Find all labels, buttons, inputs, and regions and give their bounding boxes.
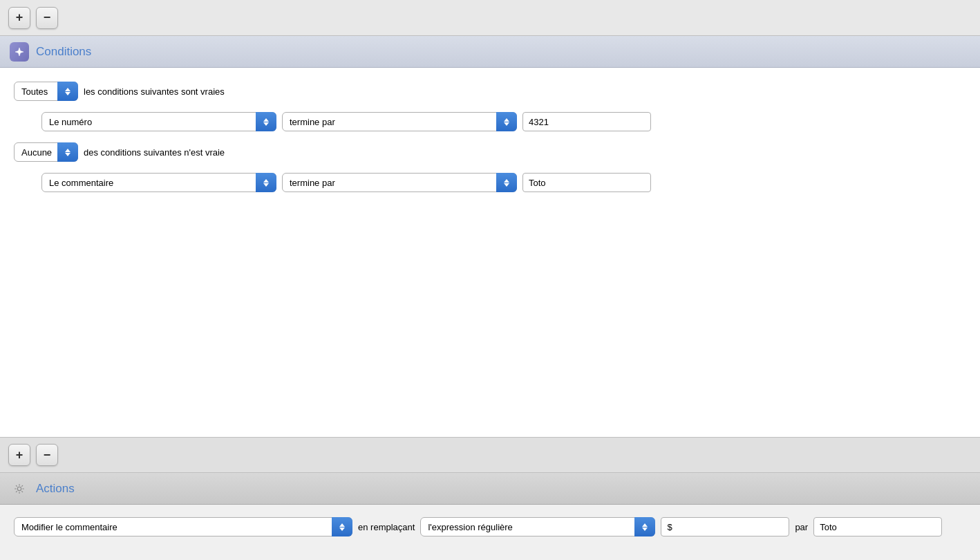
arrow-up-icon (263, 179, 269, 183)
operator2-select[interactable]: termine par commence par contient est ég… (282, 173, 517, 192)
none-select-wrapper: Aucune Toutes Une (14, 142, 78, 162)
conditions-text: les conditions suivantes sont vraies (84, 86, 225, 97)
all-select-wrapper: Toutes Aucune Une (14, 82, 78, 101)
arrow-down-icon (642, 528, 648, 531)
remove-condition-button[interactable]: − (36, 7, 58, 29)
nested-conditions-text: des conditions suivantes n'est vraie (84, 147, 225, 158)
arrow-down-icon (263, 183, 269, 187)
replace-select[interactable]: l'expression régulière le texte (420, 517, 655, 536)
value1-input[interactable] (522, 112, 651, 131)
action-replace-text: en remplaçant (358, 522, 415, 532)
page-layout: + − Conditions Toutes Aucune Une (0, 0, 980, 560)
operator1-select[interactable]: termine par commence par contient est ég… (282, 112, 517, 131)
arrow-up-icon (263, 118, 269, 122)
arrow-down-icon (504, 183, 509, 187)
operator1-spinner[interactable] (496, 112, 517, 131)
arrow-up-icon (339, 523, 345, 527)
conditions-icon (10, 42, 29, 62)
gear-icon (14, 483, 25, 494)
arrow-up-icon (504, 118, 509, 122)
field1-select[interactable]: Le numéro Le commentaire Le destinataire (41, 112, 276, 131)
par-text: par (795, 522, 808, 532)
top-toolbar: + − (0, 0, 980, 36)
actions-section: Modifier le commentaire Supprimer Marque… (0, 505, 980, 560)
arrow-down-icon (263, 122, 269, 126)
all-conditions-row: Toutes Aucune Une les conditions suivant… (14, 82, 966, 101)
all-select-spinner[interactable] (57, 82, 78, 101)
field1-select-wrapper: Le numéro Le commentaire Le destinataire (41, 112, 276, 131)
field1-spinner[interactable] (256, 112, 276, 131)
operator2-select-wrapper: termine par commence par contient est ég… (282, 173, 517, 192)
action-spinner[interactable] (332, 517, 352, 536)
arrow-up-icon (642, 523, 648, 527)
arrow-up-icon (65, 88, 70, 91)
arrow-down-icon (65, 92, 70, 95)
value2-input[interactable] (522, 173, 651, 192)
none-select-spinner[interactable] (57, 142, 78, 162)
replace-select-wrapper: l'expression régulière le texte (420, 517, 655, 536)
remove-action-button[interactable]: − (36, 444, 58, 466)
add-action-button[interactable]: + (8, 444, 30, 466)
add-condition-button[interactable]: + (8, 7, 30, 29)
arrow-down-icon (504, 122, 509, 126)
conditions-section: Toutes Aucune Une les conditions suivant… (0, 68, 980, 437)
action-select-wrapper: Modifier le commentaire Supprimer Marque… (14, 517, 352, 536)
arrow-down-icon (339, 528, 345, 531)
actions-title: Actions (36, 482, 75, 496)
condition-row-1: Le numéro Le commentaire Le destinataire… (41, 112, 966, 131)
arrow-up-icon (504, 179, 509, 183)
actions-icon (10, 479, 29, 498)
field2-select[interactable]: Le commentaire Le numéro Le destinataire (41, 173, 276, 192)
replace-spinner[interactable] (634, 517, 655, 536)
sparkle-icon (14, 46, 25, 57)
action-select[interactable]: Modifier le commentaire Supprimer Marque… (14, 517, 352, 536)
none-conditions-row: Aucune Toutes Une des conditions suivant… (14, 142, 966, 162)
arrow-up-icon (65, 149, 70, 152)
conditions-header: Conditions (0, 36, 980, 68)
operator2-spinner[interactable] (496, 173, 517, 192)
svg-point-0 (17, 487, 21, 490)
field2-select-wrapper: Le commentaire Le numéro Le destinataire (41, 173, 276, 192)
field2-spinner[interactable] (256, 173, 276, 192)
condition-row-2: Le commentaire Le numéro Le destinataire… (41, 173, 966, 192)
actions-header: Actions (0, 473, 980, 505)
par-input[interactable] (813, 517, 942, 536)
conditions-title: Conditions (36, 45, 91, 59)
action-row: Modifier le commentaire Supprimer Marque… (14, 517, 966, 536)
bottom-toolbar: + − (0, 437, 980, 473)
arrow-down-icon (65, 153, 70, 156)
replace-input[interactable] (661, 517, 789, 536)
operator1-select-wrapper: termine par commence par contient est ég… (282, 112, 517, 131)
